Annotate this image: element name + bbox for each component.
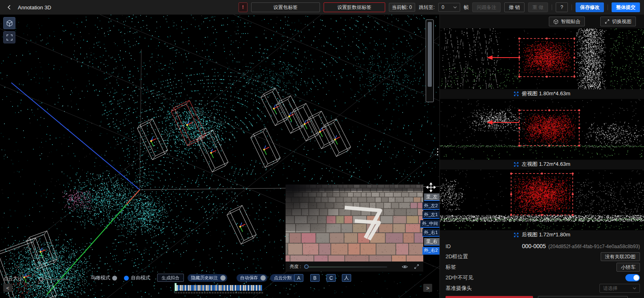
timeline-frame-bar[interactable] xyxy=(237,285,238,291)
timeline-frame-bar[interactable] xyxy=(186,285,188,291)
timeline-frame-bar[interactable] xyxy=(246,285,247,291)
generate-fit-button[interactable]: 生成拟合 xyxy=(157,274,184,282)
collapse-arrows-icon[interactable] xyxy=(514,162,519,167)
timeline-frame-bar[interactable] xyxy=(254,285,256,291)
set-package-label-button[interactable]: 设置包标签 xyxy=(251,2,320,12)
panel-resize-handle[interactable] xyxy=(437,148,438,155)
timeline-frame-bar[interactable] xyxy=(228,285,230,291)
timeline-frame-bar[interactable] xyxy=(207,285,209,291)
camera-tab-outer-right2[interactable]: 外_右2 xyxy=(422,247,439,255)
timeline-frame-bar[interactable] xyxy=(224,285,225,291)
timeline-frame-bar[interactable] xyxy=(241,285,243,291)
timeline-frame-bar[interactable] xyxy=(253,285,254,291)
camera-tab-outer-right1[interactable]: 外_右1 xyxy=(422,229,439,237)
timeline-frame-bar[interactable] xyxy=(235,285,236,291)
timeline-frame-bar[interactable] xyxy=(232,285,233,291)
save-button[interactable]: 保存修改 xyxy=(576,2,604,12)
timeline-frame-bar[interactable] xyxy=(206,285,207,291)
timeline-frame-bar[interactable] xyxy=(243,285,244,291)
timeline-frame-bar[interactable] xyxy=(219,285,220,291)
back-button[interactable] xyxy=(6,4,12,10)
timeline-frame-bar[interactable] xyxy=(230,285,231,291)
back-view-canvas[interactable] xyxy=(440,169,644,230)
jump-frame-select[interactable]: 0 xyxy=(438,3,460,12)
smart-fit-button[interactable]: 智能贴合 xyxy=(549,17,585,26)
timeline-frame-bar[interactable] xyxy=(256,285,257,291)
bottom-action-button[interactable] xyxy=(538,296,628,298)
eye-icon[interactable] xyxy=(402,264,408,269)
timeline-frame-bar[interactable] xyxy=(204,285,205,291)
point-size-knob[interactable] xyxy=(39,277,43,281)
invisible-2d-toggle[interactable] xyxy=(625,274,640,281)
timeline-frame-bar[interactable] xyxy=(193,285,194,291)
camera-tab-outer-left1[interactable]: 外_左1 xyxy=(422,211,439,219)
timeline-frame-bar[interactable] xyxy=(194,285,196,291)
camera-tab-outer-mid[interactable]: 外_中间 xyxy=(420,220,439,228)
timeline-frame-bar[interactable] xyxy=(203,285,204,291)
timeline-frame-bar[interactable] xyxy=(212,285,213,291)
mode-bird-toggle[interactable]: 鸟瞰模式 xyxy=(91,274,117,281)
alert-button[interactable]: ! xyxy=(239,2,247,12)
switch-view-button[interactable]: 切换视图 xyxy=(600,17,636,26)
left-view-canvas[interactable] xyxy=(440,99,644,160)
timeline-frame-bar[interactable] xyxy=(181,285,183,291)
mode-free-toggle[interactable]: 自由模式 xyxy=(124,274,150,281)
undo-button[interactable]: 撤 销 xyxy=(504,2,524,12)
timeline-frame-bar[interactable] xyxy=(199,285,200,291)
point-size-slider[interactable] xyxy=(39,277,70,282)
timeline-frame-bar[interactable] xyxy=(261,285,262,291)
tag-value-button[interactable]: 小轿车 xyxy=(616,263,640,272)
timeline-frame-bar[interactable] xyxy=(191,285,192,291)
timeline-frame-bar[interactable] xyxy=(222,285,223,291)
timeline-frame-bar[interactable] xyxy=(178,285,179,291)
timeline-frame-bar[interactable] xyxy=(183,285,184,291)
shortcut-button-c[interactable]: C xyxy=(326,274,336,282)
set-dirty-label-button[interactable]: 设置脏数据标签 xyxy=(324,2,385,12)
shortcut-button-b[interactable]: B xyxy=(310,274,320,282)
collapse-arrows-icon[interactable] xyxy=(514,232,519,238)
base-camera-select[interactable]: 请选择 xyxy=(599,284,640,293)
timeline-frame-bar[interactable] xyxy=(251,285,252,291)
timeline-frame-bar[interactable] xyxy=(227,285,228,291)
timeline-frame-bar[interactable] xyxy=(211,285,212,291)
autosave-toggle[interactable]: 自动保存 xyxy=(237,274,267,282)
timeline-frame-bar[interactable] xyxy=(240,285,241,291)
timeline-frame-bar[interactable] xyxy=(188,285,189,291)
timeline-frame-bar[interactable] xyxy=(198,285,199,291)
timeline-frame-bar[interactable] xyxy=(225,285,226,291)
bottom-action-red-button[interactable] xyxy=(446,296,533,298)
next-frame-button[interactable]: > xyxy=(423,284,432,292)
expand-icon[interactable] xyxy=(414,264,419,269)
issue-note-button[interactable]: 问题备注 xyxy=(472,2,501,12)
submit-button[interactable]: 整体提交 xyxy=(612,2,640,12)
timeline-frame-bar[interactable] xyxy=(177,285,178,291)
shortcut-button-a[interactable]: A xyxy=(294,274,303,282)
camera-tab-outer-left2[interactable]: 外_左2 xyxy=(422,202,439,210)
top-view-canvas[interactable] xyxy=(440,28,644,89)
timeline-frame-bar[interactable] xyxy=(238,285,239,291)
timeline-frame-bar[interactable] xyxy=(248,285,249,291)
fullscreen-button[interactable] xyxy=(3,31,15,43)
timeline-bars[interactable] xyxy=(175,283,262,291)
shortcut-button-person[interactable]: 人 xyxy=(342,274,351,282)
collapse-arrows-icon[interactable] xyxy=(514,91,519,96)
brightness-slider[interactable] xyxy=(304,264,387,269)
timeline-frame-bar[interactable] xyxy=(233,285,235,291)
zoom-slider[interactable] xyxy=(426,19,434,102)
timeline-frame-bar[interactable] xyxy=(214,285,215,291)
timeline-frame-bar[interactable] xyxy=(196,285,197,291)
timeline-frame-bar[interactable] xyxy=(175,283,176,291)
no-linked-2d-button[interactable]: 没有关联2D图 xyxy=(601,252,640,261)
timeline-frame-bar[interactable] xyxy=(258,285,259,291)
camera-tab-inner-left[interactable]: 里_左 xyxy=(424,193,439,201)
timeline-frame-bar[interactable] xyxy=(217,285,218,291)
timeline-frame-bar[interactable] xyxy=(249,285,251,291)
hide-history-toggle[interactable]: 隐藏历史标注 xyxy=(188,274,227,282)
timeline-frame-bar[interactable] xyxy=(220,285,222,291)
view-cube-button[interactable] xyxy=(3,17,15,29)
timeline-frame-bar[interactable] xyxy=(215,285,217,291)
redo-button[interactable]: 重 做 xyxy=(528,2,548,12)
brightness-knob[interactable] xyxy=(304,264,309,269)
help-button[interactable]: ? xyxy=(556,2,568,12)
timeline-frame-bar[interactable] xyxy=(185,285,186,291)
